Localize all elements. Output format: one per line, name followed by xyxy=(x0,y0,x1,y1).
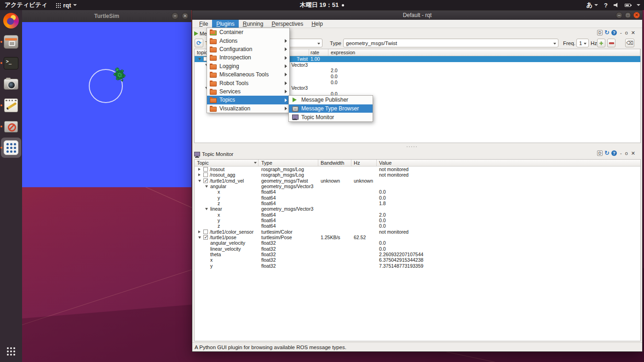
clear-button[interactable]: ⌫ xyxy=(625,39,634,47)
volume-icon[interactable] xyxy=(614,3,619,7)
accessibility-icon[interactable]: ? xyxy=(604,2,608,9)
turtlesim-window: TurtleSim – ✕ xyxy=(22,10,191,187)
panel-float-button[interactable]: o xyxy=(625,150,628,156)
table-row[interactable]: /rosout rosgraph_msgs/Log not monitored xyxy=(195,167,640,172)
reload-icon[interactable]: ↻ xyxy=(604,30,610,35)
row-checkbox[interactable] xyxy=(203,178,208,183)
panel-minimize-button[interactable]: - xyxy=(620,150,622,156)
table-row[interactable]: z float64 1.8 xyxy=(195,201,640,206)
turtlesim-titlebar[interactable]: TurtleSim – ✕ xyxy=(22,10,191,22)
dock-item-firefox[interactable] xyxy=(0,10,22,31)
panel-minimize-button[interactable]: - xyxy=(620,30,622,35)
menu-item-message-publisher[interactable]: Message Publisher xyxy=(289,96,373,104)
dock-item-terminal[interactable] xyxy=(0,52,22,74)
tree-expander-icon[interactable] xyxy=(197,179,203,183)
ime-indicator[interactable]: あ xyxy=(586,1,598,9)
table-row[interactable]: x float64 2.0 xyxy=(195,212,640,218)
panel-splitter-handle[interactable] xyxy=(407,145,428,148)
menu-item-configuration[interactable]: Configuration xyxy=(207,45,289,53)
help-icon[interactable]: ? xyxy=(611,30,617,35)
menu-running[interactable]: Running xyxy=(239,20,268,28)
add-publisher-button[interactable]: + xyxy=(597,39,605,47)
column-header-rate[interactable]: rate xyxy=(309,49,328,56)
topic-monitor-titlebar[interactable]: Topic Monitor xyxy=(194,150,641,158)
chevron-down-icon[interactable] xyxy=(637,4,640,6)
menu-item-logging[interactable]: Logging xyxy=(207,62,289,70)
menu-item-robot-tools[interactable]: Robot Tools xyxy=(207,79,289,87)
refresh-button[interactable]: ⟳ xyxy=(195,39,203,47)
dock-letter-button[interactable]: D xyxy=(597,150,603,156)
menu-item-actions[interactable]: Actions xyxy=(207,36,289,45)
row-checkbox[interactable] xyxy=(203,167,208,172)
maximize-button[interactable]: □ xyxy=(625,12,631,18)
close-button[interactable]: ✕ xyxy=(633,12,640,18)
table-row[interactable]: angular geometry_msgs/Vector3 xyxy=(195,184,640,189)
tree-expander-icon[interactable] xyxy=(197,173,203,177)
panel-close-button[interactable]: ✕ xyxy=(631,30,635,35)
table-row[interactable]: /turtle1/color_sensor turtlesim/Color no… xyxy=(195,229,640,235)
menu-item-topics[interactable]: Topics xyxy=(207,96,289,104)
row-checkbox[interactable] xyxy=(203,235,208,240)
table-row[interactable]: x float64 0.0 xyxy=(195,189,640,195)
panel-close-button[interactable]: ✕ xyxy=(631,150,635,156)
menu-item-services[interactable]: Services xyxy=(207,87,289,96)
menu-perspectives[interactable]: Perspectives xyxy=(267,20,307,28)
tree-expander-icon[interactable] xyxy=(197,230,203,234)
value-cell xyxy=(377,178,640,184)
tree-expander-icon[interactable] xyxy=(204,184,210,188)
minimize-button[interactable]: – xyxy=(172,12,178,19)
row-checkbox[interactable] xyxy=(203,172,208,177)
clock-button[interactable]: 木曜日 19：51 xyxy=(0,0,644,10)
table-row[interactable]: y float64 0.0 xyxy=(195,218,640,223)
dock-item-files[interactable] xyxy=(0,31,22,52)
remove-publisher-button[interactable] xyxy=(607,39,615,47)
tree-expander-icon[interactable] xyxy=(197,167,203,171)
column-header-expression[interactable]: expression xyxy=(328,49,640,56)
table-row[interactable]: y float64 0.0 xyxy=(195,195,640,201)
table-row[interactable]: /turtle1/pose turtlesim/Pose 1.25KB/s 62… xyxy=(195,235,640,240)
show-applications-button[interactable] xyxy=(0,342,22,361)
tree-expander-icon[interactable] xyxy=(197,236,203,239)
rqt-titlebar[interactable]: Default - rqt – □ ✕ xyxy=(192,11,642,20)
menu-item-message-type-browser[interactable]: Message Type Browser xyxy=(289,104,373,113)
minimize-button[interactable]: – xyxy=(616,12,622,18)
column-header-type[interactable]: Type xyxy=(259,160,318,166)
menu-item-introspection[interactable]: Introspection xyxy=(207,53,289,62)
battery-icon[interactable] xyxy=(625,4,631,7)
row-checkbox[interactable] xyxy=(203,230,208,234)
column-header-hz[interactable]: Hz xyxy=(351,160,377,166)
dock-item-text-editor[interactable] xyxy=(0,95,22,116)
menu-item-topic-monitor[interactable]: Topic Monitor xyxy=(289,113,373,121)
dock-item-rqt[interactable] xyxy=(0,137,22,158)
menu-item-miscellaneous-tools[interactable]: Miscellaneous Tools xyxy=(207,70,289,79)
dock-item-screensaver[interactable] xyxy=(0,116,22,137)
type-combobox[interactable]: geometry_msgs/Twist xyxy=(343,39,558,47)
panel-float-button[interactable]: o xyxy=(625,30,628,35)
column-header-topic[interactable]: Topic xyxy=(195,160,259,166)
tree-expander-icon[interactable] xyxy=(197,57,203,61)
menu-plugins[interactable]: Plugins xyxy=(212,20,238,28)
table-row[interactable]: y float32 7.375148773193359 xyxy=(195,263,640,269)
tree-expander-icon[interactable] xyxy=(204,207,210,211)
help-icon[interactable]: ? xyxy=(611,150,617,156)
menu-help[interactable]: Help xyxy=(307,20,327,28)
menu-item-container[interactable]: Container xyxy=(207,28,289,36)
menu-file[interactable]: File xyxy=(195,20,212,28)
table-row[interactable]: z float64 0.0 xyxy=(195,223,640,229)
dock-letter-button[interactable]: D xyxy=(597,30,603,35)
freq-combobox[interactable]: 1 xyxy=(576,39,589,47)
column-header-value[interactable]: Value xyxy=(377,160,640,166)
table-row[interactable]: theta float32 2.260932207107544 xyxy=(195,252,640,257)
system-tray[interactable]: あ ? xyxy=(586,0,640,10)
column-header-bandwidth[interactable]: Bandwidth xyxy=(318,160,351,166)
table-row[interactable]: linear_velocity float32 0.0 xyxy=(195,246,640,252)
table-row[interactable]: linear geometry_msgs/Vector3 xyxy=(195,206,640,212)
table-row[interactable]: /rosout_agg rosgraph_msgs/Log not monito… xyxy=(195,172,640,178)
reload-icon[interactable]: ↻ xyxy=(604,150,610,156)
table-row[interactable]: /turtle1/cmd_vel geometry_msgs/Twist unk… xyxy=(195,178,640,184)
menu-item-visualization[interactable]: Visualization xyxy=(207,104,289,113)
table-row[interactable]: angular_velocity float32 0.0 xyxy=(195,240,640,246)
table-row[interactable]: x float32 6.375042915344238 xyxy=(195,257,640,263)
close-button[interactable]: ✕ xyxy=(182,12,189,19)
dock-item-screenshot[interactable] xyxy=(0,74,22,95)
